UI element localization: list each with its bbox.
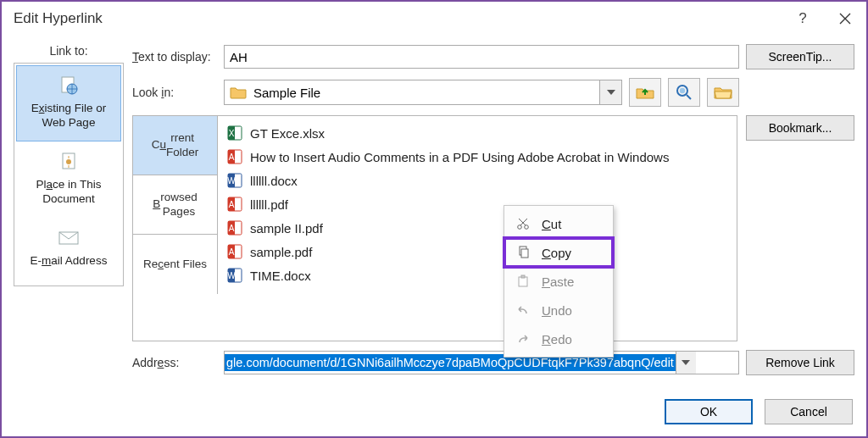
file-name: llllll.docx: [250, 174, 298, 188]
link-to-item-label: Existing File or: [31, 102, 107, 116]
file-name: GT Exce.xlsx: [250, 126, 325, 141]
close-button[interactable]: [824, 2, 866, 36]
context-menu-copy[interactable]: Copy: [504, 238, 613, 267]
link-to-list: Existing File orWeb PagePlace in ThisDoc…: [14, 63, 124, 286]
file-docx-icon: W: [226, 172, 243, 189]
context-menu-label: Paste: [542, 274, 574, 289]
context-menu-label: Undo: [542, 303, 572, 318]
cancel-button[interactable]: Cancel: [765, 399, 853, 424]
address-label: Address:: [132, 356, 217, 369]
edit-hyperlink-dialog: Edit Hyperlink ? Link to: Existing File …: [0, 0, 868, 438]
doc-place-icon: [58, 151, 80, 173]
file-name: sample II.pdf: [250, 221, 323, 236]
browse-tab-recent-files[interactable]: Recent Files: [133, 235, 218, 294]
browse-tab-current-folder[interactable]: CurrentFolder: [133, 116, 218, 175]
mail-icon: [58, 227, 80, 249]
link-to-item-label: Web Page: [42, 116, 96, 130]
paste-icon: [515, 274, 531, 288]
file-pdf-icon: A: [226, 196, 243, 213]
look-in-value: Sample File: [253, 86, 599, 100]
context-menu-cut[interactable]: Cut: [504, 209, 613, 238]
file-list[interactable]: XGT Exce.xlsxAHow to Insert Audio Commen…: [218, 116, 737, 341]
browse-web-button[interactable]: [668, 78, 700, 107]
context-menu-redo: Redo: [504, 324, 613, 353]
svg-point-6: [680, 88, 685, 93]
link-to-place-in-this-document[interactable]: Place in ThisDocument: [16, 141, 121, 218]
context-menu-paste: Paste: [504, 267, 613, 296]
link-to-item-label: Document: [42, 192, 95, 207]
context-menu-label: Cut: [542, 217, 561, 231]
file-pdf-icon: A: [226, 243, 243, 260]
link-to-label: Link to:: [49, 44, 87, 58]
screentip-button[interactable]: ScreenTip...: [746, 44, 854, 69]
remove-link-button[interactable]: Remove Link: [746, 350, 854, 375]
context-menu-label: Redo: [542, 332, 572, 347]
file-item[interactable]: Wllllll.docx: [221, 169, 733, 192]
link-to-item-label: Place in This: [36, 178, 101, 192]
file-item[interactable]: AHow to Insert Audio Comments in a PDF U…: [221, 145, 733, 169]
svg-text:A: A: [229, 200, 235, 209]
context-menu-undo: Undo: [504, 296, 613, 324]
file-name: How to Insert Audio Comments in a PDF Us…: [250, 150, 669, 164]
help-button[interactable]: ?: [782, 2, 824, 36]
file-name: llllll.pdf: [250, 197, 288, 212]
svg-point-28: [518, 225, 522, 230]
file-name: TIME.docx: [250, 269, 311, 283]
ok-button[interactable]: OK: [665, 399, 753, 424]
file-item[interactable]: WTIME.docx: [221, 263, 733, 287]
file-item[interactable]: XGT Exce.xlsx: [221, 121, 733, 145]
file-item[interactable]: Allllll.pdf: [221, 192, 733, 216]
link-to-e-mail-address[interactable]: E-mail Address: [16, 218, 121, 280]
up-one-level-button[interactable]: [629, 78, 661, 107]
text-to-display-label: Text to display:: [132, 50, 217, 64]
link-to-item-label: E-mail Address: [31, 254, 108, 269]
svg-rect-32: [519, 277, 527, 286]
svg-rect-31: [521, 249, 528, 258]
browse-tab-browsed-pages[interactable]: BrowsedPages: [133, 175, 218, 235]
look-in-dropdown-button[interactable]: [599, 80, 621, 104]
file-pdf-icon: A: [226, 148, 243, 165]
file-item[interactable]: Asample.pdf: [221, 240, 733, 263]
svg-rect-33: [521, 275, 525, 278]
text-to-display-input[interactable]: [224, 45, 739, 69]
folder-icon: [230, 86, 247, 99]
svg-point-29: [525, 225, 529, 230]
link-to-existing-file-or-web-page[interactable]: Existing File orWeb Page: [16, 65, 121, 141]
svg-text:A: A: [229, 224, 235, 233]
address-input[interactable]: gle.com/document/d/1GNNi6ailhMcczye7dpaB…: [224, 351, 739, 374]
svg-text:W: W: [227, 271, 236, 280]
context-menu-label: Copy: [542, 246, 571, 260]
file-xlsx-icon: X: [226, 125, 243, 141]
look-in-label: Look in:: [132, 86, 217, 99]
bookmark-button[interactable]: Bookmark...: [746, 115, 854, 141]
file-item[interactable]: Asample II.pdf: [221, 216, 733, 240]
address-dropdown-button[interactable]: [676, 352, 696, 374]
copy-icon: [515, 246, 531, 259]
svg-text:A: A: [229, 152, 235, 162]
browse-tabs: CurrentFolderBrowsedPagesRecent Files: [133, 116, 218, 341]
svg-text:A: A: [229, 247, 235, 257]
dialog-title: Edit Hyperlink: [14, 10, 103, 27]
svg-text:X: X: [229, 129, 235, 138]
scissors-icon: [515, 217, 531, 230]
browse-file-button[interactable]: [707, 78, 739, 107]
globe-page-icon: [58, 75, 80, 97]
redo-icon: [515, 332, 531, 346]
file-pdf-icon: A: [226, 219, 243, 236]
file-docx-icon: W: [226, 267, 243, 284]
look-in-combo[interactable]: Sample File: [224, 80, 622, 105]
file-name: sample.pdf: [250, 245, 312, 259]
undo-icon: [515, 303, 531, 317]
svg-point-3: [66, 159, 71, 164]
context-menu: CutCopyPasteUndoRedo: [504, 205, 614, 358]
svg-text:W: W: [227, 176, 236, 186]
titlebar: Edit Hyperlink ?: [2, 2, 866, 36]
